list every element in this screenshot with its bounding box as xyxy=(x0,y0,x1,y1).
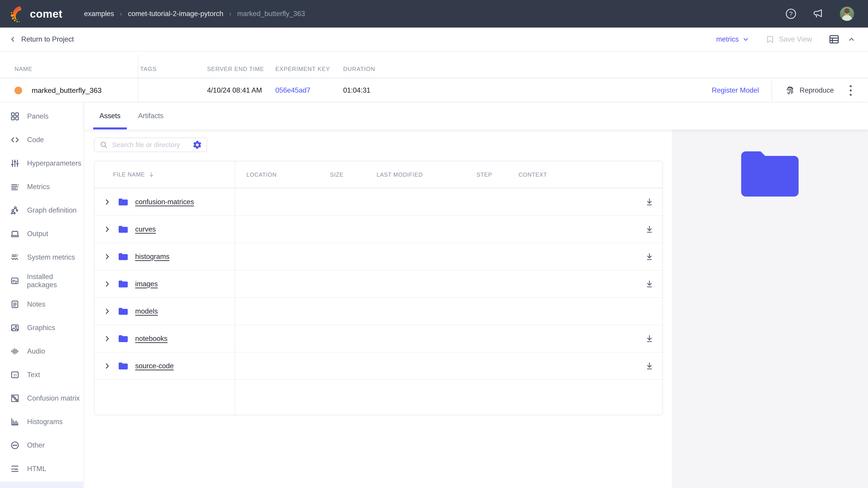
folder-icon xyxy=(118,307,128,316)
column-header-location: LOCATION xyxy=(246,171,277,178)
sidebar-item-label: Confusion matrix xyxy=(27,394,80,402)
download-icon[interactable] xyxy=(645,197,654,207)
sidebar-item-html[interactable]: HTML HTML xyxy=(0,457,84,481)
experiment-key-link[interactable]: 056e45ad7 xyxy=(275,86,310,94)
expand-chevron-icon[interactable] xyxy=(103,253,111,261)
sidebar-item-code[interactable]: Code xyxy=(0,128,84,152)
tab-artifacts-label: Artifacts xyxy=(138,112,163,120)
experiment-status-dot xyxy=(14,87,22,94)
save-view-label: Save View xyxy=(779,35,812,43)
sidebar-item-graphics[interactable]: Graphics xyxy=(0,316,84,339)
folder-link[interactable]: histograms xyxy=(135,253,169,261)
sidebar-item-confusion-matrix[interactable]: Confusion matrix xyxy=(0,387,84,410)
assets-file-table: FILE NAME LOCATION SIZE LAST MODIFIED ST… xyxy=(94,161,663,415)
asset-row-notebooks: notebooks xyxy=(94,325,662,352)
folder-link[interactable]: curves xyxy=(135,225,156,233)
search-icon xyxy=(99,140,108,149)
sidebar-item-label: Hyperparameters xyxy=(27,159,81,167)
column-header-name: NAME xyxy=(14,66,32,72)
panels-grid-icon xyxy=(10,111,20,121)
save-view-button[interactable]: Save View xyxy=(765,35,812,44)
asset-row-curves: curves xyxy=(94,216,662,243)
download-icon[interactable] xyxy=(645,224,654,234)
expand-chevron-icon[interactable] xyxy=(103,225,111,233)
asset-row-images: images xyxy=(94,270,662,298)
sidebar-item-label: Panels xyxy=(27,112,49,121)
assets-table-header: FILE NAME LOCATION SIZE LAST MODIFIED ST… xyxy=(94,161,662,188)
expand-chevron-icon[interactable] xyxy=(103,307,111,315)
sidebar-item-graph-definition[interactable]: Graph definition xyxy=(0,199,84,222)
sidebar-item-panels[interactable]: Panels xyxy=(0,105,84,128)
column-header-file-name[interactable]: FILE NAME xyxy=(113,171,155,178)
sidebar-item-label: Audio xyxy=(27,347,45,355)
reproduce-button[interactable]: Reproduce xyxy=(784,85,834,96)
column-header-duration: DURATION xyxy=(343,66,375,72)
image-icon xyxy=(10,323,20,333)
python-packages-icon: Py xyxy=(10,276,20,286)
download-icon[interactable] xyxy=(645,252,654,262)
table-view-icon xyxy=(828,33,840,45)
sidebar-item-other[interactable]: Other xyxy=(0,433,84,457)
sidebar-item-selected-partial[interactable] xyxy=(0,482,83,488)
sidebar-item-notes[interactable]: Notes xyxy=(0,293,84,316)
column-header-tags: TAGS xyxy=(140,66,157,72)
sidebar-item-label: Histograms xyxy=(27,418,63,426)
expand-chevron-icon[interactable] xyxy=(103,362,111,370)
breadcrumb-project-group[interactable]: examples xyxy=(84,10,114,18)
asset-row-histograms: histograms xyxy=(94,243,662,270)
audio-waveform-icon xyxy=(10,346,20,356)
return-to-project-button[interactable]: Return to Project xyxy=(9,35,74,43)
download-icon[interactable] xyxy=(645,279,654,289)
sidebar-item-histograms[interactable]: Histograms xyxy=(0,410,84,433)
sidebar-item-label: Graph definition xyxy=(27,206,76,215)
chevron-up-icon xyxy=(848,35,855,43)
sidebar-item-metrics[interactable]: Metrics xyxy=(0,175,84,199)
experiment-name-cell: marked_butterfly_363 xyxy=(14,86,102,95)
experiment-toolbar: Return to Project metrics Save View xyxy=(0,28,868,52)
folder-link[interactable]: images xyxy=(135,280,158,288)
sidebar-item-text[interactable]: Tt Text xyxy=(0,363,84,387)
search-input[interactable] xyxy=(112,141,188,149)
notes-document-icon xyxy=(10,299,20,309)
reproduce-label: Reproduce xyxy=(800,86,834,94)
sidebar-item-system-metrics[interactable]: System metrics xyxy=(0,246,84,269)
help-icon[interactable]: ? xyxy=(785,8,797,20)
terminal-output-icon xyxy=(10,229,20,239)
user-avatar[interactable] xyxy=(839,6,855,21)
sidebar-item-installed-packages[interactable]: Py Installed packages xyxy=(0,269,84,293)
expand-chevron-icon[interactable] xyxy=(103,335,111,343)
sliders-icon xyxy=(10,158,20,168)
folder-icon xyxy=(118,197,128,206)
tab-assets[interactable]: Assets xyxy=(93,102,127,129)
sidebar-item-label: HTML xyxy=(27,465,46,473)
svg-text:?: ? xyxy=(789,11,793,18)
experiment-duration: 01:04:31 xyxy=(343,86,370,94)
folder-link[interactable]: source-code xyxy=(135,362,174,370)
asset-row-confusion-matrices: confusion-matrices xyxy=(94,188,662,216)
folder-link[interactable]: notebooks xyxy=(135,335,167,343)
download-icon[interactable] xyxy=(645,361,654,371)
sidebar-item-audio[interactable]: Audio xyxy=(0,339,84,363)
breadcrumb-experiment: marked_butterfly_363 xyxy=(237,10,305,18)
expand-chevron-icon[interactable] xyxy=(103,280,111,288)
expand-chevron-icon[interactable] xyxy=(103,198,111,206)
tab-artifacts[interactable]: Artifacts xyxy=(132,102,170,129)
sidebar-item-hyperparameters[interactable]: Hyperparameters xyxy=(0,152,84,175)
code-icon xyxy=(10,135,20,145)
folder-link[interactable]: confusion-matrices xyxy=(135,198,194,206)
table-layout-toggle[interactable] xyxy=(828,33,855,45)
register-model-button[interactable]: Register Model xyxy=(712,86,759,94)
comet-logo[interactable]: comet xyxy=(8,4,62,23)
folder-link[interactable]: models xyxy=(135,307,158,315)
comet-logo-icon xyxy=(8,4,27,23)
announcements-megaphone-icon[interactable] xyxy=(812,7,825,20)
column-header-last-modified: LAST MODIFIED xyxy=(377,171,423,178)
column-header-server-end-time: SERVER END TIME xyxy=(207,66,264,72)
row-overflow-menu-icon[interactable] xyxy=(846,84,855,98)
view-selector-dropdown[interactable]: metrics xyxy=(716,35,749,43)
search-settings-gear-icon[interactable] xyxy=(193,140,202,150)
sidebar-item-output[interactable]: Output xyxy=(0,222,84,246)
download-icon[interactable] xyxy=(645,334,654,344)
breadcrumb-project[interactable]: comet-tutorial-2-image-pytorch xyxy=(128,10,223,18)
asset-row-models: models xyxy=(94,298,662,325)
